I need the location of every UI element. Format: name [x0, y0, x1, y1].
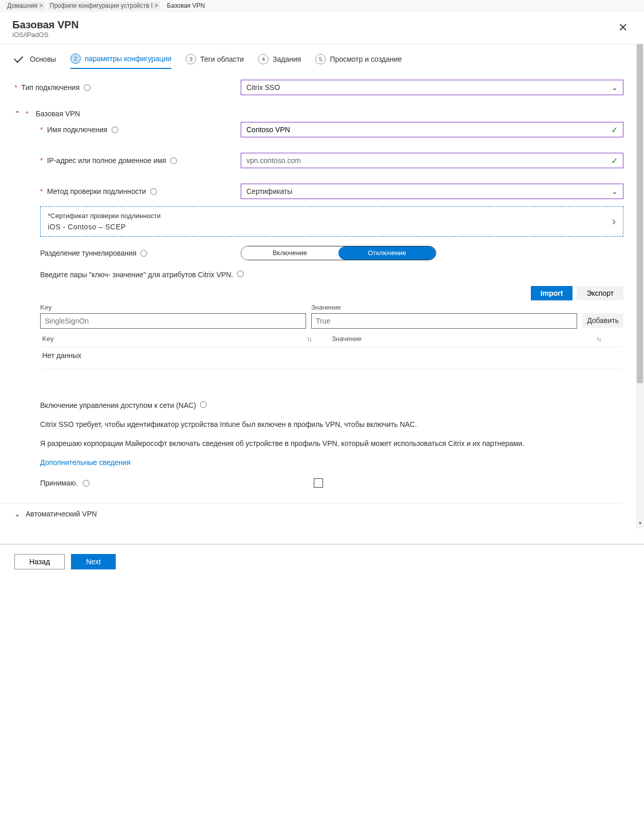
section-title: Базовая VPN: [35, 110, 80, 118]
row-ip-address: *IP-адрес или полное доменное имя ✓: [40, 153, 623, 168]
input-connection-name[interactable]: ✓: [241, 122, 623, 137]
step-number: 2: [70, 53, 81, 64]
wizard-steps: Основы 2 параметры конфигурации 3 Теги о…: [14, 53, 623, 69]
kv-intro: Введите пары "ключ- значение" для атрибу…: [40, 271, 233, 279]
step-number: 5: [315, 54, 326, 64]
label-auth: Метод проверки подлинности: [47, 187, 146, 195]
section-auto-vpn[interactable]: ⌄ Автоматический VPN: [0, 503, 623, 518]
nac-text-1: Citrix SSO требует, чтобы идентификатор …: [40, 419, 623, 430]
check-icon: [14, 53, 23, 63]
panel-title: Базовая VPN: [12, 19, 79, 31]
scroll-thumb[interactable]: [637, 44, 643, 383]
nac-title: Включение управления доступом к сети (NA…: [40, 401, 196, 409]
panel-subtitle: iOS/iPadOS: [12, 31, 79, 39]
chevron-down-icon: ⌄: [612, 83, 618, 92]
close-icon[interactable]: ✕: [614, 19, 632, 37]
sort-icon[interactable]: ↑↓: [596, 335, 601, 343]
chevron-down-icon: ⌄: [14, 510, 21, 518]
step-assignments[interactable]: 4 Задания: [258, 54, 301, 68]
step-number: 3: [186, 54, 196, 64]
step-scope-tags[interactable]: 3 Теги области: [186, 54, 244, 68]
cert-label: *Сертификат проверки подлинности: [48, 212, 160, 220]
input-field[interactable]: [246, 123, 605, 136]
import-button[interactable]: Import: [531, 286, 573, 300]
add-button[interactable]: Добавить: [582, 313, 623, 328]
col-key[interactable]: Key: [42, 335, 53, 343]
row-connection-type: *Тип подключения Citrix SSO ⌄: [14, 80, 623, 95]
select-value: Citrix SSO: [246, 83, 280, 92]
next-button[interactable]: Next: [71, 554, 116, 569]
step-configuration[interactable]: 2 параметры конфигурации: [70, 53, 171, 69]
kv-empty: Нет данных: [40, 347, 623, 369]
kv-section: Введите пары "ключ- значение" для атрибу…: [40, 271, 623, 279]
toggle-enable[interactable]: Включение: [241, 246, 338, 260]
label-ip: IP-адрес или полное доменное имя: [47, 156, 166, 165]
breadcrumb-current: Базовая VPN: [163, 2, 207, 10]
kv-key-label: Key: [40, 303, 306, 311]
chevron-up-icon: ⌃: [14, 110, 21, 118]
info-icon[interactable]: [83, 480, 90, 487]
kv-value-label: Значение: [311, 303, 577, 311]
export-button[interactable]: Экспорт: [577, 286, 623, 300]
agree-checkbox[interactable]: [314, 478, 323, 488]
nac-section: Включение управления доступом к сети (NA…: [40, 400, 623, 488]
info-icon[interactable]: [140, 250, 147, 257]
breadcrumb-home[interactable]: Домашняя >: [5, 2, 45, 10]
select-connection-type[interactable]: Citrix SSO ⌄: [241, 80, 623, 95]
info-icon[interactable]: [112, 127, 118, 133]
toggle-split-tunnel[interactable]: Включение Отключение: [241, 246, 436, 260]
info-icon[interactable]: [150, 188, 157, 195]
toggle-disable[interactable]: Отключение: [338, 246, 436, 260]
step-label: Задания: [273, 55, 301, 63]
agree-label: Принимаю.: [40, 479, 78, 487]
breadcrumb: Домашняя > Профили конфигурации устройст…: [0, 0, 644, 12]
back-button[interactable]: Назад: [14, 554, 65, 569]
panel-header: Базовая VPN iOS/iPadOS ✕: [0, 12, 644, 44]
footer: Назад Next: [0, 544, 644, 579]
step-review[interactable]: 5 Просмотр и создание: [315, 54, 402, 68]
chevron-right-icon: ›: [612, 215, 616, 228]
cert-selector[interactable]: *Сертификат проверки подлинности iOS - C…: [40, 206, 623, 237]
scroll-down-icon[interactable]: ▾: [636, 520, 644, 528]
kv-value-input[interactable]: [311, 313, 577, 329]
label-connection-name: Имя подключения: [47, 126, 107, 134]
info-icon[interactable]: [170, 157, 177, 164]
step-label: параметры конфигурации: [85, 55, 171, 63]
check-icon: ✓: [611, 125, 618, 135]
row-connection-name: *Имя подключения ✓: [40, 122, 623, 137]
nac-more-link[interactable]: Дополнительные сведения: [40, 457, 623, 468]
chevron-down-icon: ⌄: [612, 187, 618, 195]
sort-icon[interactable]: ↑↓: [307, 335, 311, 343]
check-icon: ✓: [611, 156, 618, 166]
input-ip-address[interactable]: ✓: [241, 153, 623, 168]
step-basics[interactable]: Основы: [14, 55, 56, 67]
info-icon[interactable]: [200, 401, 207, 408]
select-value: Сертификаты: [246, 187, 292, 195]
content-area: Основы 2 параметры конфигурации 3 Теги о…: [0, 44, 644, 528]
nac-text-2: Я разрешаю корпорации Майкрософт включат…: [40, 438, 623, 449]
row-split-tunnel: Разделение туннелирования Включение Откл…: [40, 246, 623, 260]
col-value[interactable]: Значение: [332, 335, 362, 343]
breadcrumb-profiles[interactable]: Профили конфигурации устройств I >: [48, 2, 160, 10]
step-label: Теги области: [200, 55, 244, 63]
label-split: Разделение туннелирования: [40, 249, 136, 257]
select-auth-method[interactable]: Сертификаты ⌄: [241, 184, 623, 199]
row-auth-method: *Метод проверки подлинности Сертификаты …: [40, 184, 623, 199]
label-connection-type: Тип подключения: [21, 83, 79, 92]
scrollbar[interactable]: ▴ ▾: [636, 44, 644, 528]
input-field[interactable]: [246, 154, 605, 167]
info-icon[interactable]: [84, 84, 91, 91]
step-number: 4: [258, 54, 269, 64]
kv-table-header: Key↑↓ Значение↑↓: [40, 329, 623, 347]
auto-vpn-label: Автоматический VPN: [26, 510, 97, 518]
cert-value: iOS - Contoso – SCEP: [48, 223, 160, 231]
step-label: Основы: [30, 55, 56, 63]
section-base-vpn[interactable]: ⌃ * Базовая VPN: [14, 101, 623, 122]
step-label: Просмотр и создание: [330, 55, 402, 63]
info-icon[interactable]: [237, 271, 244, 277]
kv-key-input[interactable]: [40, 313, 306, 329]
